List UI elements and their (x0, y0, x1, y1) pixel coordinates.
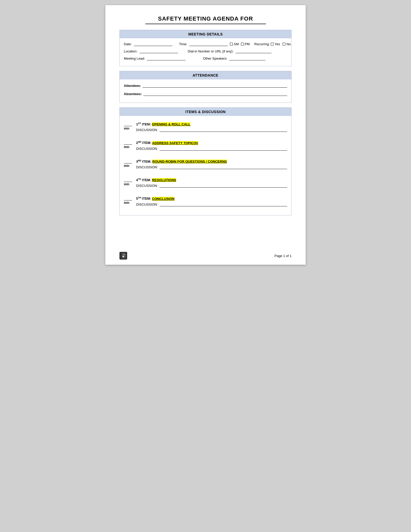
date-label: Date: (124, 42, 132, 46)
item-3-highlight: ROUND-ROBIN FOR QUESTIONS / CONCERNS (152, 160, 227, 163)
item-5-discussion-row: DISCUSSION: (136, 202, 287, 206)
agenda-item-3: min 3RD ITEM: ROUND-ROBIN FOR QUESTIONS … (120, 156, 291, 172)
attendees-field[interactable] (143, 84, 287, 88)
agenda-item-2: min 2ND ITEM: ADDRESS SAFETY TOPIC(S) DI… (120, 137, 291, 153)
location-field[interactable] (139, 49, 178, 53)
absentees-label: Absentees: (124, 92, 142, 96)
item-3-min-blank[interactable] (124, 159, 132, 163)
item-2-discussion-label: DISCUSSION: (136, 147, 158, 151)
other-speakers-label: Other Speakers: (203, 57, 227, 60)
time-field[interactable] (189, 42, 228, 46)
meeting-details-header: MEETING DETAILS (120, 30, 291, 38)
item-1-min-col: min (124, 122, 136, 130)
item-4-ordinal: TH (138, 178, 141, 180)
items-body: min 1ST ITEM: OPENING & ROLL CALL DISCUS… (120, 116, 291, 215)
item-2-ordinal: ND (138, 141, 141, 143)
absentees-field[interactable] (143, 92, 287, 96)
item-1-ordinal: ST (138, 122, 141, 125)
dialin-label: Dial-in Number or URL (if any): (188, 49, 233, 53)
item-5-min-label: min (124, 201, 129, 205)
document-page: SAFETY MEETING AGENDA FOR MEETING DETAIL… (105, 5, 306, 265)
items-discussion-section: ITEMS & DISCUSSION min 1ST ITEM: OPENING… (119, 107, 292, 215)
item-1-discussion-field[interactable] (160, 128, 287, 132)
am-checkbox-group: AM (230, 42, 239, 46)
item-5-discussion-label: DISCUSSION: (136, 203, 158, 206)
meeting-lead-label: Meeting Lead: (124, 57, 145, 60)
item-5-highlight: CONCLUSION (152, 197, 174, 201)
item-5-ordinal: TH (138, 196, 141, 199)
item-4-discussion-label: DISCUSSION: (136, 184, 158, 188)
yes-checkbox[interactable] (271, 43, 274, 45)
item-1-discussion-label: DISCUSSION: (136, 128, 158, 132)
item-4-discussion-row: DISCUSSION: (136, 184, 287, 188)
item-1-min-label: min (124, 127, 129, 130)
item-5-discussion-field[interactable] (160, 202, 287, 206)
agenda-item-5: min 5TH ITEM: CONCLUSION DISCUSSION: (120, 193, 291, 209)
date-field[interactable] (134, 42, 172, 46)
attendance-header: ATTENDANCE (120, 71, 291, 79)
no-label: No (286, 42, 291, 46)
pm-checkbox-group: PM (241, 42, 250, 46)
am-label: AM (234, 42, 239, 46)
item-3-content: 3RD ITEM: ROUND-ROBIN FOR QUESTIONS / CO… (136, 159, 287, 170)
am-checkbox[interactable] (230, 43, 233, 45)
item-2-discussion-field[interactable] (160, 146, 287, 151)
time-label: Time: (179, 42, 187, 46)
meeting-details-section: MEETING DETAILS Date: Time: AM PM Recurr… (119, 30, 292, 66)
pm-checkbox[interactable] (241, 43, 244, 45)
recurring-label: Recurring: (254, 42, 270, 46)
item-2-min-col: min (124, 141, 136, 149)
item-4-min-col: min (124, 178, 136, 186)
item-3-discussion-label: DISCUSSION: (136, 165, 158, 169)
item-3-discussion-row: DISCUSSION: (136, 165, 287, 169)
item-1-highlight: OPENING & ROLL CALL (152, 122, 190, 126)
item-3-min-label: min (124, 164, 129, 168)
location-label: Location: (124, 49, 137, 53)
agenda-item-4: min 4TH ITEM: RESOLUTIONS DISCUSSION: (120, 174, 291, 190)
items-discussion-header: ITEMS & DISCUSSION (120, 108, 291, 116)
item-2-highlight: ADDRESS SAFETY TOPIC(S) (152, 141, 198, 145)
meeting-details-body: Date: Time: AM PM Recurring: Yes No (120, 38, 291, 66)
other-speakers-field[interactable] (229, 56, 265, 60)
item-2-min-label: min (124, 145, 129, 149)
item-3-title: 3RD ITEM: ROUND-ROBIN FOR QUESTIONS / CO… (136, 159, 287, 163)
item-3-discussion-field[interactable] (160, 165, 287, 169)
title-underline (145, 24, 266, 24)
details-row-1: Date: Time: AM PM Recurring: Yes No (124, 42, 287, 46)
details-row-3: Meeting Lead: Other Speakers: (124, 56, 287, 60)
pm-label: PM (245, 42, 250, 46)
item-5-min-blank[interactable] (124, 196, 132, 200)
item-5-content: 5TH ITEM: CONCLUSION DISCUSSION: (136, 196, 287, 207)
attendees-label: Attendees: (124, 84, 141, 88)
yes-label: Yes (275, 42, 280, 46)
item-5-min-col: min (124, 196, 136, 205)
item-2-title: 2ND ITEM: ADDRESS SAFETY TOPIC(S) (136, 141, 287, 145)
meeting-lead-field[interactable] (147, 56, 185, 60)
recurring-group: Recurring: Yes No (254, 42, 291, 46)
item-1-title: 1ST ITEM: OPENING & ROLL CALL (136, 122, 287, 126)
item-4-min-blank[interactable] (124, 178, 132, 182)
no-checkbox[interactable] (283, 43, 285, 45)
item-1-min-blank[interactable] (124, 122, 132, 126)
footer-page-label: Page 1 of 1 (275, 254, 292, 258)
item-4-title: 4TH ITEM: RESOLUTIONS (136, 178, 287, 182)
item-3-ordinal: RD (138, 159, 141, 162)
item-2-content: 2ND ITEM: ADDRESS SAFETY TOPIC(S) DISCUS… (136, 141, 287, 151)
item-4-discussion-field[interactable] (160, 184, 287, 188)
item-3-min-col: min (124, 159, 136, 168)
item-2-min-blank[interactable] (124, 141, 132, 145)
attendance-body: Attendees: Absentees: (120, 79, 291, 103)
dialin-field[interactable] (236, 49, 272, 53)
page-footer: e Page 1 of 1 (119, 252, 292, 260)
attendees-row: Attendees: (124, 84, 287, 88)
details-row-2: Location: Dial-in Number or URL (if any)… (124, 49, 287, 53)
absentees-row: Absentees: (124, 92, 287, 96)
document-title: SAFETY MEETING AGENDA FOR (119, 15, 292, 22)
item-1-content: 1ST ITEM: OPENING & ROLL CALL DISCUSSION… (136, 122, 287, 133)
attendance-section: ATTENDANCE Attendees: Absentees: (119, 71, 292, 103)
footer-logo-icon: e (119, 252, 127, 260)
item-5-title: 5TH ITEM: CONCLUSION (136, 196, 287, 200)
item-1-discussion-row: DISCUSSION: (136, 128, 287, 132)
item-2-discussion-row: DISCUSSION: (136, 146, 287, 151)
item-4-min-label: min (124, 182, 129, 186)
